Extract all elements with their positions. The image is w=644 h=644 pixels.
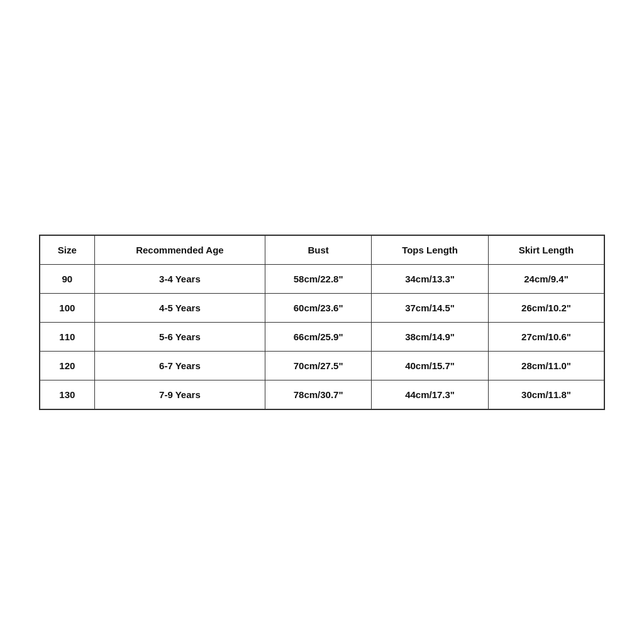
cell-age: 6-7 Years — [94, 351, 265, 380]
table-row: 1004-5 Years60cm/23.6"37cm/14.5"26cm/10.… — [40, 293, 604, 322]
col-header-skirt-length: Skirt Length — [489, 235, 604, 265]
cell-bust: 60cm/23.6" — [265, 293, 372, 322]
cell-age: 5-6 Years — [94, 322, 265, 351]
col-header-size: Size — [40, 235, 94, 265]
cell-skirt-length: 24cm/9.4" — [489, 264, 604, 293]
cell-size: 90 — [40, 264, 94, 293]
cell-bust: 66cm/25.9" — [265, 322, 372, 351]
size-chart-table: Size Recommended Age Bust Tops Length Sk… — [39, 235, 605, 410]
cell-skirt-length: 30cm/11.8" — [489, 380, 604, 409]
cell-bust: 58cm/22.8" — [265, 264, 372, 293]
size-chart-container: Size Recommended Age Bust Tops Length Sk… — [39, 235, 605, 410]
cell-bust: 70cm/27.5" — [265, 351, 372, 380]
table-row: 1206-7 Years70cm/27.5"40cm/15.7"28cm/11.… — [40, 351, 604, 380]
col-header-age: Recommended Age — [94, 235, 265, 265]
cell-size: 120 — [40, 351, 94, 380]
cell-bust: 78cm/30.7" — [265, 380, 372, 409]
cell-age: 4-5 Years — [94, 293, 265, 322]
cell-size: 100 — [40, 293, 94, 322]
cell-size: 130 — [40, 380, 94, 409]
table-header-row: Size Recommended Age Bust Tops Length Sk… — [40, 235, 604, 265]
cell-tops-length: 40cm/15.7" — [372, 351, 489, 380]
col-header-tops-length: Tops Length — [372, 235, 489, 265]
cell-age: 3-4 Years — [94, 264, 265, 293]
cell-tops-length: 44cm/17.3" — [372, 380, 489, 409]
cell-tops-length: 37cm/14.5" — [372, 293, 489, 322]
table-row: 1105-6 Years66cm/25.9"38cm/14.9"27cm/10.… — [40, 322, 604, 351]
col-header-bust: Bust — [265, 235, 372, 265]
cell-skirt-length: 28cm/11.0" — [489, 351, 604, 380]
cell-tops-length: 34cm/13.3" — [372, 264, 489, 293]
cell-skirt-length: 26cm/10.2" — [489, 293, 604, 322]
cell-skirt-length: 27cm/10.6" — [489, 322, 604, 351]
table-row: 903-4 Years58cm/22.8"34cm/13.3"24cm/9.4" — [40, 264, 604, 293]
cell-age: 7-9 Years — [94, 380, 265, 409]
table-row: 1307-9 Years78cm/30.7"44cm/17.3"30cm/11.… — [40, 380, 604, 409]
cell-tops-length: 38cm/14.9" — [372, 322, 489, 351]
cell-size: 110 — [40, 322, 94, 351]
